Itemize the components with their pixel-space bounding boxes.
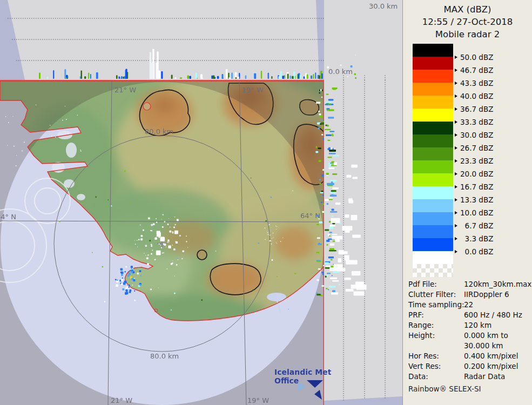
software-brand: Rainbow® SELEX-SI xyxy=(408,384,481,393)
width-gridlines xyxy=(344,80,385,401)
scale-band-swatch xyxy=(413,109,453,122)
right-projection-panel xyxy=(324,80,402,405)
scale-band: 3.3 dBZ xyxy=(413,225,453,238)
height-gridlines xyxy=(8,18,324,60)
scale-band: 16.7 dBZ xyxy=(413,173,453,186)
meridian-label-19w-top: 19° W xyxy=(242,86,264,94)
scale-band-swatch xyxy=(413,134,453,147)
projection-cone-edge xyxy=(0,0,25,80)
color-scale: 50.0 dBZ 46.7 dBZ 43.3 dBZ 40.0 xyxy=(413,44,453,277)
info-panel: MAX (dBZ) 12:55 / 27-Oct-2018 Mobile rad… xyxy=(402,0,532,405)
metadata-row: Time sampling: 22 xyxy=(408,300,530,310)
range-label-80km-top: 80.0 km xyxy=(145,128,173,136)
info-titles: MAX (dBZ) 12:55 / 27-Oct-2018 Mobile rad… xyxy=(403,3,532,40)
metadata-row: 30.000 km xyxy=(408,341,530,351)
scale-band-swatch xyxy=(413,199,453,212)
scale-band-label: 46.7 dBZ xyxy=(455,66,493,75)
scale-band: 43.3 dBZ xyxy=(413,70,453,83)
imo-logo-line1: Icelandic Met xyxy=(274,368,331,376)
scale-band: 20.0 dBZ xyxy=(413,160,453,173)
scale-band-label: 3.3 dBZ xyxy=(455,234,493,243)
scale-band: 36.7 dBZ xyxy=(413,96,453,109)
parallel-label-64n-right: 64° N xyxy=(300,212,320,220)
scale-band-label: 40.0 dBZ xyxy=(455,92,493,100)
top-projection-graphic xyxy=(0,0,324,80)
scale-band-swatch xyxy=(413,173,453,186)
scale-band-label: 30.0 dBZ xyxy=(455,131,493,139)
scale-band-label: 43.3 dBZ xyxy=(455,79,493,87)
scale-band-label: 0.0 dBZ xyxy=(455,247,493,256)
scale-band: 23.3 dBZ xyxy=(413,147,453,160)
right-projection-echoes xyxy=(325,87,367,296)
scale-band: 6.7 dBZ xyxy=(413,212,453,225)
range-label-80km-bottom: 80.0 km xyxy=(150,353,179,360)
scale-band: 0.0 dBZ xyxy=(413,238,453,251)
timestamp: 12:55 / 27-Oct-2018 xyxy=(403,16,532,28)
projection-cone-edge xyxy=(324,396,402,405)
scale-band-swatch xyxy=(413,160,453,173)
height-scale-corner: 30.0 km 0.0 km xyxy=(324,0,402,80)
scale-band: 46.7 dBZ xyxy=(413,57,453,70)
scale-band: 40.0 dBZ xyxy=(413,83,453,96)
scale-band: 10.0 dBZ xyxy=(413,199,453,212)
scale-band-label: 50.0 dBZ xyxy=(455,53,493,62)
scale-band-label: 36.7 dBZ xyxy=(455,105,493,113)
scale-band-transparent xyxy=(413,264,453,277)
scale-band-label: 13.3 dBZ xyxy=(455,195,493,204)
scale-band-label: 26.7 dBZ xyxy=(455,144,493,152)
height-min-label: 0.0 km xyxy=(328,68,353,76)
scale-band-swatch xyxy=(413,96,453,109)
scale-band-swatch xyxy=(413,44,453,57)
metadata-row: Pdf File: 120km_30km.max xyxy=(408,279,530,289)
scale-band-swatch xyxy=(413,70,453,83)
scale-band-label: 33.3 dBZ xyxy=(455,118,493,126)
scale-band: 26.7 dBZ xyxy=(413,134,453,147)
metadata-row: Data: Radar Data xyxy=(408,372,530,382)
scale-band-swatch xyxy=(413,225,453,238)
metadata-row: Vert Res: 0.200 km/pixel xyxy=(408,361,530,372)
scale-band-label: 16.7 dBZ xyxy=(455,183,493,191)
meridian-label-21w-bottom: 21° W xyxy=(111,397,132,404)
scale-band: 50.0 dBZ xyxy=(413,44,453,57)
scale-band: 33.3 dBZ xyxy=(413,109,453,122)
scale-band-label: 6.7 dBZ xyxy=(455,221,493,230)
top-projection-panel xyxy=(0,0,324,80)
scale-band-swatch xyxy=(413,83,453,96)
product-metadata: Pdf File: 120km_30km.max Clutter Filter:… xyxy=(408,279,530,382)
scale-band-below-threshold xyxy=(413,251,453,264)
scale-band-swatch xyxy=(413,147,453,160)
height-max-label: 30.0 km xyxy=(369,3,398,10)
corner-ticks xyxy=(344,75,385,80)
scale-band-swatch xyxy=(413,238,453,251)
parallel-label-64n-left: 64° N xyxy=(0,213,16,221)
scale-band-label: 20.0 dBZ xyxy=(455,170,493,178)
imo-logo-icon xyxy=(292,378,324,402)
radar-display-window: 30.0 km 0.0 km xyxy=(0,0,532,405)
meridian-label-19w-bottom: 19° W xyxy=(247,397,269,404)
projection-cone-edge xyxy=(316,0,324,80)
metadata-row: Range: 120 km xyxy=(408,320,530,330)
small-lake xyxy=(143,103,151,110)
scale-band: 30.0 dBZ xyxy=(413,122,453,134)
scale-band-swatch xyxy=(413,186,453,199)
metadata-row: Hor Res: 0.400 km/pixel xyxy=(408,351,530,361)
scale-band-swatch xyxy=(413,212,453,225)
scale-band: 13.3 dBZ xyxy=(413,186,453,199)
top-projection-echoes xyxy=(39,49,323,79)
scale-band-label: 23.3 dBZ xyxy=(455,157,493,165)
right-projection-graphic xyxy=(324,80,402,405)
metadata-row: PRF: 600 Hz / 480 Hz xyxy=(408,310,530,320)
product-title: MAX (dBZ) xyxy=(403,3,532,16)
metadata-row: Clutter Filter: IIRDoppler 6 xyxy=(408,289,530,300)
meridian-label-21w-top: 21° W xyxy=(115,86,136,94)
scale-band-swatch xyxy=(413,57,453,70)
metadata-row: Height: 0.000 km to xyxy=(408,330,530,341)
scale-band-swatch xyxy=(413,122,453,134)
radar-map-view[interactable]: 21° W 19° W 80.0 km 64° N 64° N 80.0 km … xyxy=(0,80,324,405)
radar-name: Mobile radar 2 xyxy=(403,28,532,40)
scale-band-label: 10.0 dBZ xyxy=(455,208,493,217)
